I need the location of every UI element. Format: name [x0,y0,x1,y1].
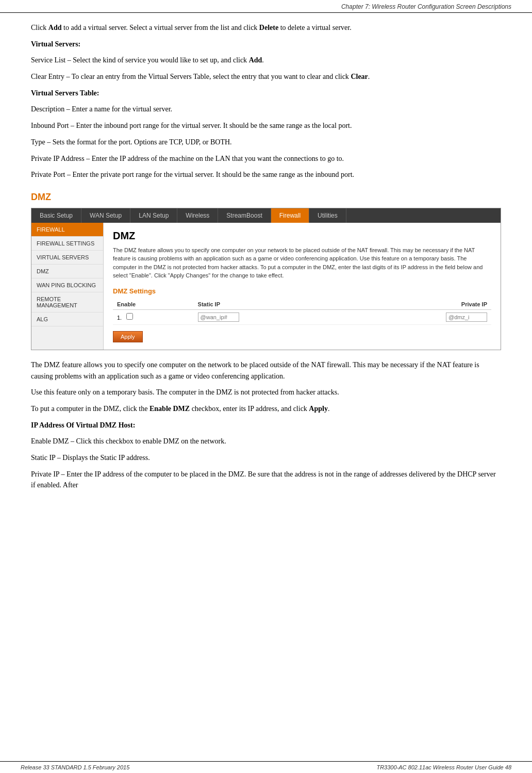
router-ui-screenshot: Basic Setup WAN Setup LAN Setup Wireless… [31,208,501,350]
after-ui-p2: Use this feature only on a temporary bas… [31,387,501,398]
router-description: The DMZ feature allows you to specify on… [113,246,491,280]
ip-address-heading: IP Address Of Virtual DMZ Host: [31,420,501,431]
nav-streamboost[interactable]: StreamBoost [218,208,271,223]
ip-p2: Static IP – Displays the Static IP addre… [31,452,501,464]
dmz-table-row: 1. [113,309,491,324]
vst-p2: Inbound Port – Enter the inbound port ra… [31,120,501,131]
router-main-content: DMZ The DMZ feature allows you to specif… [104,223,501,350]
virtual-servers-heading: Virtual Servers: [31,39,501,50]
ip-p1: Enable DMZ – Click this checkbox to enab… [31,436,501,447]
intro-paragraph: Click Add to add a virtual server. Selec… [31,22,501,34]
nav-firewall[interactable]: Firewall [271,208,309,223]
static-ip-cell [194,309,343,324]
col-private-ip: Private IP [342,299,491,310]
sidebar-item-virtual-servers[interactable]: VIRTUAL SERVERS [31,251,103,265]
apply-button[interactable]: Apply [113,331,143,342]
vst-p4: Private IP Address – Enter the IP addres… [31,153,501,165]
page-footer: Release 33 STANDARD 1.5 February 2015 TR… [0,761,532,773]
nav-lan-setup[interactable]: LAN Setup [130,208,177,223]
enable-dmz-checkbox[interactable] [126,313,133,320]
sidebar-item-dmz[interactable]: DMZ [31,265,103,278]
dmz-settings-heading: DMZ Settings [113,287,491,295]
sidebar-item-firewall-settings[interactable]: FIREWALL SETTINGS [31,237,103,251]
router-nav-bar: Basic Setup WAN Setup LAN Setup Wireless… [31,208,501,223]
col-static-ip: Static IP [194,299,343,310]
router-sidebar: FIREWALL FIREWALL SETTINGS VIRTUAL SERVE… [31,223,104,350]
nav-basic-setup[interactable]: Basic Setup [31,208,81,223]
footer-left: Release 33 STANDARD 1.5 February 2015 [21,764,129,770]
page-header: Chapter 7: Wireless Router Configuration… [0,0,532,13]
sidebar-item-alg[interactable]: ALG [31,313,103,326]
private-ip-input[interactable] [446,313,487,322]
sidebar-item-wan-ping-blocking[interactable]: WAN PING BLOCKING [31,278,103,292]
static-ip-input[interactable] [198,313,239,322]
after-ui-p3: To put a computer in the DMZ, click the … [31,403,501,415]
col-enable: Enable [113,299,194,310]
vst-p3: Type – Sets the format for the port. Opt… [31,137,501,148]
nav-wireless[interactable]: Wireless [177,208,218,223]
after-ui-p1: The DMZ feature allows you to specify on… [31,359,501,382]
footer-right: TR3300-AC 802.11ac Wireless Router User … [376,764,511,770]
vst-p5: Private Port – Enter the private port ra… [31,169,501,180]
dmz-settings-table: Enable Static IP Private IP 1. [113,299,491,325]
vst-heading: Virtual Servers Table: [31,88,501,99]
row-number-cell: 1. [113,309,194,324]
private-ip-cell [342,309,491,324]
nav-utilities[interactable]: Utilities [309,208,346,223]
router-page-title: DMZ [113,230,491,242]
sidebar-item-remote-management[interactable]: REMOTE MANAGEMENT [31,292,103,313]
dmz-section-heading: DMZ [31,192,501,203]
vs-p2: Clear Entry – To clear an entry from the… [31,71,501,83]
vst-p1: Description – Enter a name for the virtu… [31,104,501,115]
ip-p3: Private IP – Enter the IP address of the… [31,469,501,491]
nav-wan-setup[interactable]: WAN Setup [81,208,130,223]
vs-p1: Service List – Select the kind of servic… [31,55,501,66]
sidebar-item-firewall[interactable]: FIREWALL [31,223,103,237]
